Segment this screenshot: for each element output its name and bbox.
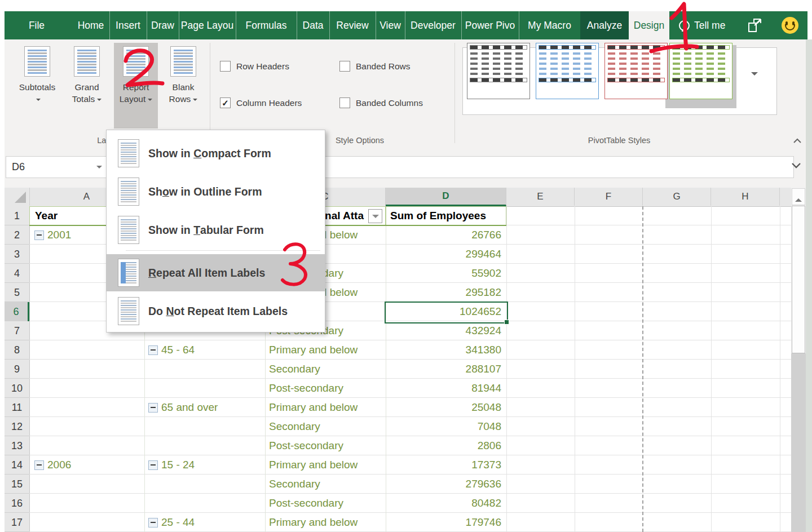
- collapse-icon[interactable]: [148, 460, 158, 470]
- name-box[interactable]: D6: [6, 156, 108, 178]
- menu-item-compact-form[interactable]: Show in Compact Form: [107, 135, 325, 172]
- pivot-style-red[interactable]: [604, 43, 668, 99]
- cell-c11[interactable]: Primary and below: [265, 398, 386, 417]
- tab-analyze[interactable]: Analyze: [580, 11, 629, 39]
- cell-c15[interactable]: Secondary: [265, 475, 386, 494]
- tab-power-pivot[interactable]: Power Pivo: [461, 11, 519, 39]
- cell-d9[interactable]: 288107: [386, 360, 506, 379]
- cell-d4[interactable]: 55902: [386, 264, 506, 283]
- feedback-smiley-icon[interactable]: [782, 17, 798, 34]
- cell-d5[interactable]: 295182: [386, 283, 506, 302]
- checkbox-box[interactable]: [220, 61, 231, 72]
- filter-dropdown-icon[interactable]: [368, 209, 382, 223]
- cell-d12[interactable]: 7048: [386, 417, 506, 436]
- row-number[interactable]: 3: [5, 245, 29, 264]
- row-number[interactable]: 7: [5, 321, 29, 340]
- cell-c10[interactable]: Post-secondary: [265, 379, 386, 398]
- row-number[interactable]: 2: [5, 225, 29, 245]
- row-number[interactable]: 9: [5, 360, 29, 379]
- cell-c16[interactable]: Post-secondary: [265, 494, 386, 513]
- collapse-icon[interactable]: [148, 403, 158, 413]
- row-number-selected[interactable]: 6: [5, 302, 29, 321]
- row-number[interactable]: 11: [5, 398, 29, 417]
- cell-b11[interactable]: 65 and over: [144, 398, 265, 417]
- tab-my-macro[interactable]: My Macro: [519, 11, 581, 39]
- tell-me[interactable]: Tell me: [679, 11, 725, 39]
- collapse-icon[interactable]: [148, 345, 158, 355]
- subtotals-button[interactable]: Subtotals: [15, 43, 60, 128]
- row-number[interactable]: 17: [5, 513, 29, 532]
- grand-totals-button[interactable]: Grand Totals: [63, 43, 111, 128]
- col-header-d[interactable]: D: [386, 188, 506, 206]
- menu-item-tabular-form[interactable]: Show in Tabular Form: [107, 211, 325, 249]
- cell-a14[interactable]: 2006: [29, 455, 144, 475]
- expand-formula-bar-icon[interactable]: [791, 161, 801, 171]
- checkbox-box[interactable]: ✓: [220, 97, 231, 108]
- row-number[interactable]: 12: [5, 417, 29, 436]
- column-headers-checkbox[interactable]: ✓ Column Headers: [220, 97, 302, 108]
- cell-d11[interactable]: 25048: [386, 398, 506, 417]
- banded-rows-checkbox[interactable]: Banded Rows: [339, 61, 411, 72]
- vertical-scrollbar[interactable]: [791, 188, 806, 532]
- tab-page-layout[interactable]: Page Layou: [179, 11, 236, 39]
- cell-c12[interactable]: Secondary: [265, 417, 386, 436]
- cell-d1[interactable]: Sum of Employees: [386, 206, 506, 225]
- row-headers-checkbox[interactable]: Row Headers: [220, 61, 289, 72]
- col-header-e[interactable]: E: [506, 188, 575, 206]
- collapse-icon[interactable]: [148, 518, 158, 527]
- col-header-h[interactable]: H: [711, 188, 780, 206]
- row-number[interactable]: 8: [5, 340, 29, 360]
- pivot-style-green-selected[interactable]: [669, 43, 732, 99]
- tab-data[interactable]: Data: [297, 11, 330, 39]
- tab-home[interactable]: Home: [72, 11, 110, 39]
- cell-c17[interactable]: Primary and below: [265, 513, 386, 532]
- scrollbar-track[interactable]: [791, 353, 806, 532]
- row-number[interactable]: 1: [5, 206, 29, 225]
- blank-rows-button[interactable]: Blank Rows: [161, 43, 205, 128]
- collapse-icon[interactable]: [34, 230, 44, 240]
- tab-developer[interactable]: Developer: [405, 11, 462, 39]
- tab-file[interactable]: File: [11, 11, 62, 39]
- share-icon[interactable]: [748, 18, 765, 33]
- cell-c14[interactable]: Primary and below: [265, 455, 386, 475]
- cell-d10[interactable]: 81944: [386, 379, 506, 398]
- row-number[interactable]: 10: [5, 379, 29, 398]
- report-layout-button[interactable]: Report Layout: [114, 43, 158, 128]
- banded-columns-checkbox[interactable]: Banded Columns: [339, 97, 423, 108]
- cell-d2[interactable]: 26766: [386, 225, 506, 245]
- cell-c13[interactable]: Post-secondary: [265, 436, 386, 455]
- col-header-g[interactable]: G: [643, 188, 711, 206]
- cell-d8[interactable]: 341380: [386, 340, 506, 360]
- tab-design[interactable]: Design: [629, 11, 669, 39]
- row-number[interactable]: 4: [5, 264, 29, 283]
- tab-draw[interactable]: Draw: [147, 11, 179, 39]
- cell-d3[interactable]: 299464: [386, 245, 506, 264]
- tab-formulas[interactable]: Formulas: [236, 11, 297, 39]
- select-all-corner[interactable]: [5, 188, 30, 206]
- tab-insert[interactable]: Insert: [109, 11, 147, 39]
- cell-c8[interactable]: Primary and below: [265, 340, 386, 360]
- cell-d15[interactable]: 279636: [386, 475, 506, 494]
- cell-b14[interactable]: 15 - 24: [144, 455, 265, 475]
- row-number[interactable]: 16: [5, 494, 29, 513]
- menu-item-do-not-repeat-item-labels[interactable]: Do Not Repeat Item Labels: [107, 292, 325, 330]
- collapse-ribbon-icon[interactable]: [793, 138, 800, 144]
- cell-d16[interactable]: 80482: [386, 494, 506, 513]
- row-number[interactable]: 15: [5, 475, 29, 494]
- cell-d13[interactable]: 2806: [386, 436, 506, 455]
- menu-item-outline-form[interactable]: Show in Outline Form: [107, 173, 325, 210]
- row-number[interactable]: 13: [5, 436, 29, 455]
- cell-b8[interactable]: 45 - 64: [144, 340, 265, 360]
- tab-review[interactable]: Review: [329, 11, 376, 39]
- scrollbar-thumb[interactable]: [792, 206, 805, 353]
- tab-view[interactable]: View: [376, 11, 405, 39]
- collapse-icon[interactable]: [34, 460, 44, 470]
- pivot-style-blue[interactable]: [536, 43, 599, 99]
- gallery-more-dropdown[interactable]: [751, 72, 758, 79]
- pivot-style-grayscale[interactable]: [467, 43, 530, 99]
- scroll-up-icon[interactable]: [792, 188, 805, 205]
- row-number[interactable]: 14: [5, 455, 29, 475]
- checkbox-box[interactable]: [339, 61, 350, 72]
- cell-b17[interactable]: 25 - 44: [144, 513, 265, 532]
- cell-d14[interactable]: 17373: [386, 455, 506, 475]
